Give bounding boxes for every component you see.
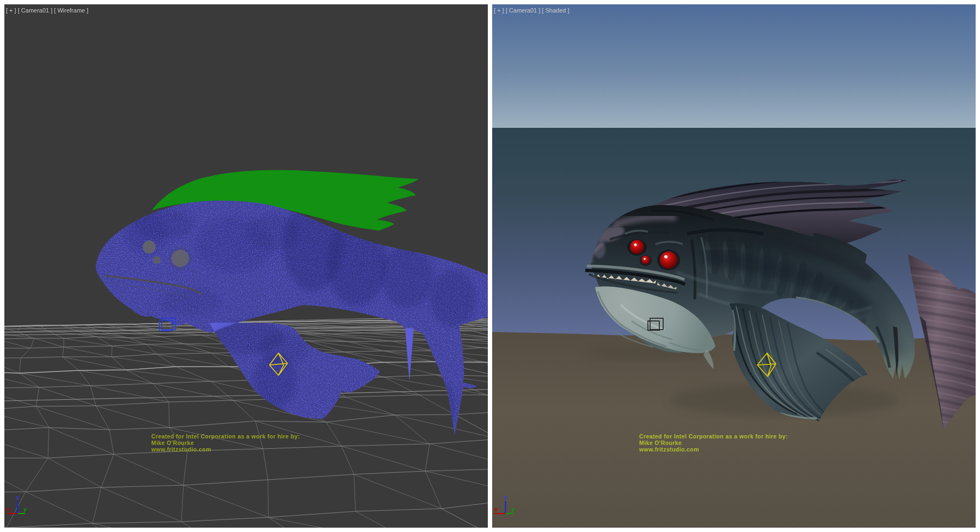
svg-text:x: x [494,506,498,512]
svg-text:[ + ] [ Camera01 ] [ Shaded ]: [ + ] [ Camera01 ] [ Shaded ] [494,7,569,14]
svg-text:z: z [504,494,507,500]
svg-text:Mike O'Rourke: Mike O'Rourke [151,440,194,446]
svg-text:y: y [23,506,27,512]
svg-text:Created for Intel Corporation: Created for Intel Corporation as a work … [639,433,788,440]
svg-text:x: x [7,506,10,512]
svg-text:www.fritzstudio.com: www.fritzstudio.com [151,446,211,453]
svg-text:Created for Intel Corporation: Created for Intel Corporation as a work … [151,433,300,440]
svg-text:www.fritzstudio.com: www.fritzstudio.com [639,446,699,453]
svg-text:Mike O'Rourke: Mike O'Rourke [639,440,682,446]
svg-text:y: y [511,506,515,512]
svg-text:z: z [16,494,19,500]
svg-text:[ + ] [ Camera01 ] [ Wireframe: [ + ] [ Camera01 ] [ Wireframe ] [6,7,88,14]
